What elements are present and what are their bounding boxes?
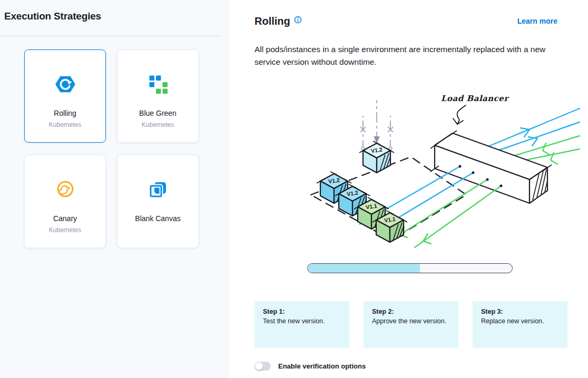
strategy-cards: Rolling Kubernetes Blue Green Kubernetes — [24, 49, 199, 248]
strategy-card-sublabel: Kubernetes — [142, 121, 174, 128]
strategy-card-canary[interactable]: Canary Kubernetes — [24, 155, 106, 248]
verification-toggle[interactable] — [254, 362, 271, 371]
steps-row: Step 1: Test the new version. Step 2: Ap… — [254, 301, 567, 348]
verification-toggle-row: Enable verification options — [254, 362, 366, 371]
detail-title: Rolling — [254, 15, 290, 27]
step-text: Replace new version. — [481, 317, 559, 325]
strategy-card-blank-canvas[interactable]: Blank Canvas — [117, 155, 199, 248]
rollout-progress-fill — [308, 264, 420, 273]
verification-toggle-label: Enable verification options — [278, 362, 366, 370]
info-icon[interactable] — [294, 16, 302, 26]
detail-header: Rolling Learn more — [254, 15, 557, 27]
strategy-card-sublabel: Kubernetes — [49, 121, 81, 128]
strategy-detail-panel: Rolling Learn more All pods/instances in… — [229, 0, 588, 378]
step-text: Test the new version. — [263, 317, 341, 325]
green-out-lines — [394, 180, 501, 247]
step-title: Step 2: — [372, 308, 450, 315]
strategy-card-label: Blank Canvas — [135, 214, 180, 223]
step-title: Step 1: — [263, 308, 341, 315]
divider — [1, 36, 221, 36]
page-title: Execution Strategies — [4, 11, 101, 22]
step-title: Step 3: — [481, 308, 559, 315]
rolling-icon — [54, 73, 76, 95]
strategy-card-sublabel: Kubernetes — [49, 226, 81, 234]
blue-green-icon — [147, 73, 169, 95]
strategy-description: All pods/instances in a single environme… — [254, 43, 565, 69]
step-card-2: Step 2: Approve the new version. — [364, 301, 458, 348]
strategy-card-label: Rolling — [54, 109, 76, 117]
strategy-card-blue-green[interactable]: Blue Green Kubernetes — [117, 49, 199, 143]
step-card-1: Step 1: Test the new version. — [254, 301, 349, 348]
strategy-card-rolling[interactable]: Rolling Kubernetes — [24, 49, 106, 143]
canary-icon — [54, 178, 76, 201]
label-arrow — [453, 105, 466, 124]
toggle-knob — [255, 362, 263, 370]
learn-more-link[interactable]: Learn more — [517, 17, 557, 25]
rollout-progress-bar — [307, 263, 513, 273]
rolling-deployment-illustration: V1.2 V1.2 V1.2 V1.1 V1.1 Load Balancer — [303, 83, 582, 260]
strategy-card-label: Canary — [53, 214, 77, 223]
blue-traffic-lines — [488, 108, 580, 152]
pod-cubes — [317, 141, 407, 242]
step-text: Approve the new version. — [372, 317, 450, 325]
step-card-3: Step 3: Replace new version. — [473, 301, 567, 348]
strategy-card-label: Blue Green — [139, 109, 177, 117]
load-balancer-label: Load Balancer — [441, 94, 509, 103]
strategy-sidebar: Execution Strategies Rolling Kubernetes — [0, 0, 229, 378]
blank-canvas-icon — [147, 178, 169, 201]
